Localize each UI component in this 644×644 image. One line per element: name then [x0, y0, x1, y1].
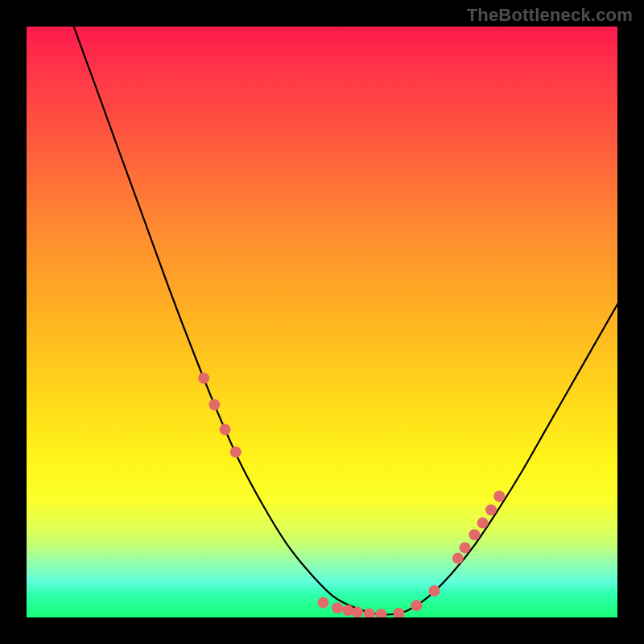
- highlight-dot: [208, 399, 220, 411]
- marker-group: [198, 373, 505, 617]
- highlight-dot: [485, 504, 497, 515]
- highlight-dot: [352, 606, 363, 617]
- highlight-dot: [375, 609, 386, 617]
- plot-area: [27, 27, 617, 617]
- highlight-dot: [220, 424, 231, 436]
- highlight-dot: [230, 447, 242, 458]
- highlight-dot: [493, 491, 505, 502]
- highlight-dot: [198, 373, 209, 384]
- highlight-dot: [429, 585, 440, 597]
- curve-layer: [27, 27, 617, 617]
- highlight-dot: [342, 605, 353, 616]
- highlight-dot: [332, 602, 343, 613]
- bottleneck-curve: [74, 27, 617, 615]
- highlight-dot: [460, 542, 471, 553]
- highlight-dot: [393, 608, 404, 617]
- highlight-dot: [318, 597, 329, 609]
- highlight-dot: [452, 553, 464, 564]
- highlight-dot: [469, 529, 480, 540]
- chart-frame: TheBottleneck.com: [0, 0, 644, 644]
- watermark-text: TheBottleneck.com: [467, 5, 633, 26]
- highlight-dot: [364, 609, 375, 617]
- highlight-dot: [411, 600, 422, 611]
- highlight-dot: [477, 518, 489, 529]
